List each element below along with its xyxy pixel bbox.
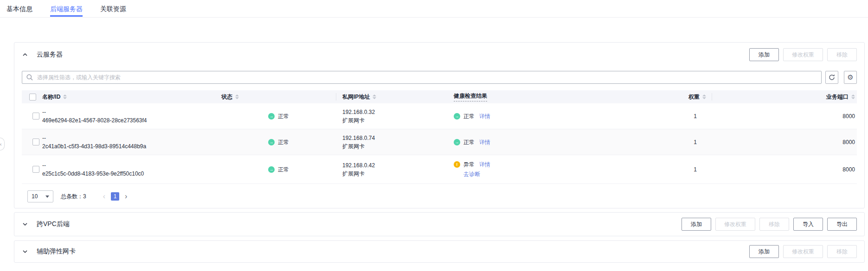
health-warning-icon: !: [454, 161, 460, 168]
cell-private-ip: 192.168.0.42 扩展网卡: [336, 155, 454, 183]
sort-icon[interactable]: [235, 95, 239, 99]
cell-health-check: ! 异常 详情 去诊断: [454, 155, 599, 183]
column-header-health-check: 健康检查结果: [454, 90, 599, 103]
next-page-button[interactable]: ›: [122, 193, 130, 200]
tab-backend-servers[interactable]: 后端服务器: [50, 3, 83, 15]
cell-private-ip: 192.168.0.32 扩展网卡: [336, 103, 454, 129]
refresh-icon: [828, 74, 836, 81]
column-header-service-port[interactable]: 业务端口: [712, 90, 857, 103]
health-ok-icon: →: [454, 139, 460, 145]
health-detail-link[interactable]: 详情: [479, 112, 490, 120]
tab-related-resources[interactable]: 关联资源: [100, 3, 126, 15]
health-ok-icon: →: [454, 113, 460, 120]
aux-nic-actions: 添加 修改权重 移除: [749, 245, 857, 258]
backend-servers-table: 名称/ID 状态 私网IP地址 健康检查结果 权重 业务端口: [22, 90, 857, 184]
row-checkbox[interactable]: [32, 139, 39, 145]
column-header-private-ip[interactable]: 私网IP地址: [336, 90, 454, 103]
page-size-select[interactable]: 10: [27, 190, 53, 202]
column-header-name-id[interactable]: 名称/ID: [42, 90, 221, 103]
status-running-icon: →: [268, 139, 275, 145]
aux-nic-panel: 辅助弹性网卡 添加 修改权重 移除: [14, 240, 865, 263]
collapse-up-icon[interactable]: [22, 51, 28, 58]
row-checkbox[interactable]: [32, 166, 39, 173]
section-title-cloud-servers: 云服务器: [37, 50, 63, 59]
cell-service-port: 8000: [712, 103, 857, 129]
cell-health-check: → 正常 详情: [454, 129, 599, 155]
cell-name-id: -- 469e6294-82e1-4567-8028-28ce273563f4: [42, 103, 221, 129]
health-detail-link[interactable]: 详情: [479, 160, 490, 169]
modify-weight-button[interactable]: 修改权重: [783, 245, 823, 258]
cell-private-ip: 192.168.0.74 扩展网卡: [336, 129, 454, 155]
sort-icon[interactable]: [373, 95, 376, 99]
column-header-weight[interactable]: 权重: [599, 90, 712, 103]
remove-button[interactable]: 移除: [827, 48, 857, 61]
cell-name-id: -- e25c1c5c-0dd8-4183-953e-9e2ff50c10c0: [42, 155, 221, 183]
cloud-servers-panel: 云服务器 添加 修改权重 移除 ⚙ 名称: [14, 42, 865, 208]
collapse-down-icon[interactable]: [22, 221, 28, 227]
cross-vpc-panel: 跨VPC后端 添加 修改权重 移除 导入 导出: [14, 212, 865, 236]
sort-icon[interactable]: [851, 95, 855, 99]
add-button[interactable]: 添加: [682, 218, 711, 231]
cell-weight: 1: [599, 155, 712, 183]
section-title-aux-nic: 辅助弹性网卡: [37, 247, 76, 256]
search-box: [22, 71, 822, 84]
cell-service-port: 8000: [712, 155, 857, 183]
sidebar-collapse-handle[interactable]: ‹: [0, 138, 5, 151]
cell-status: → 正常: [221, 155, 336, 183]
refresh-button[interactable]: [825, 71, 838, 84]
status-running-icon: →: [268, 113, 275, 120]
diagnose-link[interactable]: 去诊断: [463, 170, 599, 178]
table-row: -- 2c41a0b1-c5f3-4d31-98d3-89514c448b9a …: [22, 129, 857, 155]
add-button[interactable]: 添加: [749, 48, 779, 61]
sort-icon[interactable]: [63, 95, 67, 99]
remove-button[interactable]: 移除: [827, 245, 857, 258]
chevron-down-icon: [45, 195, 49, 198]
cross-vpc-actions: 添加 修改权重 移除 导入 导出: [682, 218, 857, 231]
add-button[interactable]: 添加: [749, 245, 779, 258]
modify-weight-button[interactable]: 修改权重: [715, 218, 755, 231]
remove-button[interactable]: 移除: [759, 218, 789, 231]
row-checkbox[interactable]: [32, 113, 39, 120]
current-page-button[interactable]: 1: [111, 192, 119, 201]
health-detail-link[interactable]: 详情: [479, 138, 490, 146]
prev-page-button[interactable]: ‹: [100, 193, 108, 200]
gear-icon: ⚙: [847, 73, 853, 82]
import-button[interactable]: 导入: [793, 218, 823, 231]
detail-tabbar: 基本信息 后端服务器 关联资源: [0, 0, 868, 18]
table-header-row: 名称/ID 状态 私网IP地址 健康检查结果 权重 业务端口: [22, 90, 857, 103]
cell-service-port: 8000: [712, 129, 857, 155]
cloud-servers-header: 云服务器 添加 修改权重 移除: [22, 48, 857, 62]
collapse-down-icon[interactable]: [22, 248, 28, 255]
column-header-status[interactable]: 状态: [221, 90, 336, 103]
section-title-cross-vpc: 跨VPC后端: [37, 220, 70, 228]
search-toolbar: ⚙: [22, 71, 857, 84]
column-settings-button[interactable]: ⚙: [844, 71, 857, 84]
cell-health-check: → 正常 详情: [454, 103, 599, 129]
cell-name-id: -- 2c41a0b1-c5f3-4d31-98d3-89514c448b9a: [42, 129, 221, 155]
search-icon: [26, 74, 33, 81]
total-count-label: 总条数：3: [61, 193, 86, 201]
export-button[interactable]: 导出: [827, 218, 857, 231]
table-row: -- e25c1c5c-0dd8-4183-953e-9e2ff50c10c0 …: [22, 155, 857, 184]
search-input[interactable]: [22, 71, 822, 84]
pagination: 10 总条数：3 ‹ 1 ›: [22, 190, 857, 202]
table-row: -- 469e6294-82e1-4567-8028-28ce273563f4 …: [22, 103, 857, 129]
cell-status: → 正常: [221, 129, 336, 155]
cell-weight: 1: [599, 103, 712, 129]
cell-status: → 正常: [221, 103, 336, 129]
sort-icon[interactable]: [702, 95, 706, 99]
cloud-servers-actions: 添加 修改权重 移除: [749, 48, 857, 61]
modify-weight-button[interactable]: 修改权重: [783, 48, 823, 61]
cell-weight: 1: [599, 129, 712, 155]
status-running-icon: →: [268, 166, 275, 173]
tab-basic-info[interactable]: 基本信息: [6, 3, 32, 15]
select-all-checkbox[interactable]: [29, 94, 36, 101]
